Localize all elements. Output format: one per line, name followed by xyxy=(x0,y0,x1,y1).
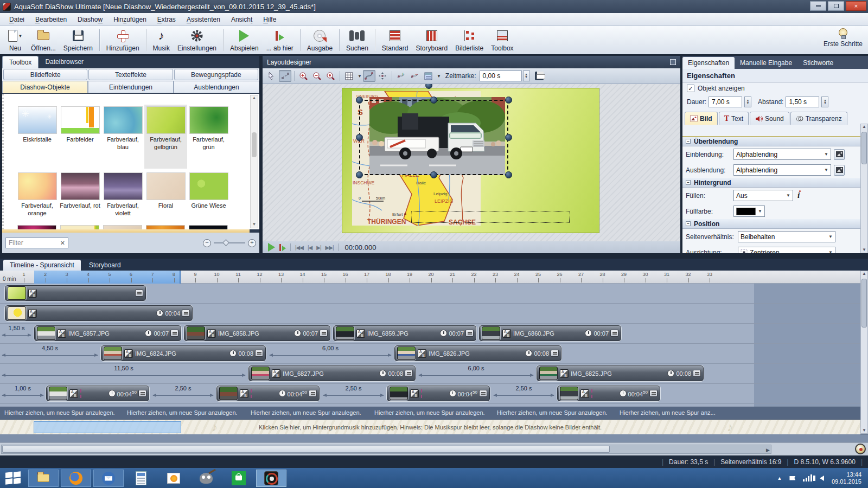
preview-play-icon[interactable] xyxy=(268,243,275,252)
volume-icon[interactable] xyxy=(820,476,824,481)
skip-start-icon[interactable]: |◀◀ xyxy=(295,245,303,251)
selection-handle-se[interactable] xyxy=(505,171,512,178)
zeitmarke-spinner[interactable]: ▲▼ xyxy=(523,70,530,81)
collapse-section-icon[interactable]: − xyxy=(686,221,691,226)
speichern-button[interactable]: Speichern xyxy=(60,27,97,53)
zoom-in-icon[interactable] xyxy=(297,70,310,82)
tab-manuelle-eingabe[interactable]: Manuelle Eingabe xyxy=(735,57,797,69)
skip-end-icon[interactable]: ▶▶| xyxy=(326,245,334,251)
einblendung-select[interactable]: Alphablending▼ xyxy=(733,149,831,160)
transition-ab-icon[interactable] xyxy=(28,309,37,318)
properties-scrollbar[interactable]: ▲▼ xyxy=(860,124,868,253)
tab-eigenschaften[interactable]: Eigenschaften xyxy=(682,57,735,69)
section-hintergrund[interactable]: − Hintergrund xyxy=(682,178,860,188)
tab-einblendungen[interactable]: Einblendungen xyxy=(88,81,174,93)
new-track-drop-row[interactable]: Hierher ziehen, um neue Spur anzulegen.H… xyxy=(0,407,860,420)
transition-ab-icon[interactable] xyxy=(410,389,419,398)
collapse-section-icon[interactable]: − xyxy=(686,180,691,185)
bildeffekte-button[interactable]: Bildeffekte xyxy=(3,69,87,80)
music-track[interactable]: ♪ ♪ ♪ ♪ Klicken Sie hier, um Hintergrund… xyxy=(0,420,860,434)
timeline-object-chip[interactable]: IMG_6860.JPG00:07 xyxy=(478,325,622,342)
selection-handle-n[interactable] xyxy=(430,97,437,104)
object-list-icon[interactable] xyxy=(422,70,435,82)
abspielen-button[interactable]: Abspielen xyxy=(226,27,263,53)
printer-icon[interactable] xyxy=(551,350,559,357)
thumbnail-zoom-out-button[interactable]: − xyxy=(203,239,211,247)
timeline-object-chip[interactable]: IMG_6825.JPG00:08 xyxy=(536,365,704,382)
effects-scrollbar[interactable]: ▲ ▼ xyxy=(250,95,258,228)
tab-transparenz[interactable]: Transparenz xyxy=(790,112,847,125)
taskbar-firefox-icon[interactable] xyxy=(61,470,91,487)
printer-icon[interactable] xyxy=(405,370,413,377)
taskbar-thunderbird-icon[interactable] xyxy=(93,470,124,487)
taskbar-gimp-icon[interactable] xyxy=(191,470,221,487)
transition-ab-icon[interactable] xyxy=(240,389,248,398)
ruler-selection[interactable] xyxy=(34,271,181,284)
timeline-ruler[interactable]: 0 min 1234567891011121314151617181920212… xyxy=(0,271,860,284)
transition-ab-icon[interactable] xyxy=(356,329,365,338)
transition-ab-icon[interactable] xyxy=(207,329,216,338)
effect-item[interactable]: Farbfelder xyxy=(59,105,101,169)
save-timemark-icon[interactable] xyxy=(533,70,546,82)
selection-handle-s[interactable] xyxy=(430,171,437,178)
timeline-hscroll-thumb[interactable] xyxy=(2,446,610,453)
close-button[interactable]: × xyxy=(846,1,866,11)
abstand-input[interactable]: 1,50 s xyxy=(786,97,819,107)
timeline-hscrollbar[interactable]: ▶ xyxy=(1,445,771,454)
remove-path-point-icon[interactable]: − xyxy=(409,70,421,82)
filter-input[interactable]: Filter ✕ xyxy=(5,237,68,248)
menu-assistenten[interactable]: Assistenten xyxy=(182,14,225,25)
printer-icon[interactable] xyxy=(610,330,618,337)
effect-item[interactable]: Farbverlauf, gelbgrün xyxy=(144,105,187,169)
tab-ausblendungen[interactable]: Ausblendungen xyxy=(174,81,259,93)
fuellfarbe-picker[interactable]: ▼ xyxy=(733,206,765,217)
timeline-object-chip[interactable]: 00:04 xyxy=(4,305,193,322)
transition-ab-icon[interactable] xyxy=(28,289,37,298)
bilderliste-button[interactable]: Bilderliste xyxy=(451,27,487,53)
path-points-tool-icon[interactable] xyxy=(279,70,291,82)
selection-handle-e[interactable] xyxy=(505,134,512,141)
tab-storyboard[interactable]: Storyboard xyxy=(82,260,127,271)
printer-icon[interactable] xyxy=(465,330,474,337)
timeline-object-chip[interactable]: IMG_6858.JPG00:07 xyxy=(183,325,331,342)
show-path-icon[interactable] xyxy=(363,70,375,82)
selection-handle-w[interactable] xyxy=(356,134,363,141)
timeline-object-chip[interactable]: IMG_6827.JPG00:08 xyxy=(248,365,416,382)
tab-bild[interactable]: Bild xyxy=(685,112,718,125)
slide-stage[interactable]: UNEBURG S E WER INSCHWE HALLE Halle Leip… xyxy=(342,88,599,233)
einstellungen-button[interactable]: Einstellungen xyxy=(174,27,220,53)
zeitmarke-input[interactable]: 0,00 s xyxy=(480,70,522,81)
menu-bearbeiten[interactable]: Bearbeiten xyxy=(30,14,72,25)
timeline-object-chip[interactable]: 00:0450 xyxy=(386,385,490,402)
taskbar-explorer-icon[interactable] xyxy=(28,470,59,487)
scroll-right-icon[interactable]: ▶ xyxy=(766,447,770,453)
ausblendung-select[interactable]: Alphablending▼ xyxy=(733,164,831,176)
network-signal-icon[interactable] xyxy=(803,474,812,481)
timeline-object-chip[interactable]: IMG_6859.JPG00:07 xyxy=(333,325,477,342)
neu-button[interactable]: ▼Neu xyxy=(3,27,27,53)
timeline-scrollbar[interactable]: ▲▼ xyxy=(860,271,868,434)
move-path-icon[interactable] xyxy=(376,70,389,82)
add-path-point-icon[interactable]: + xyxy=(395,70,407,82)
thumbnail-zoom-in-button[interactable]: + xyxy=(248,239,256,247)
storyboard-button[interactable]: Storyboard xyxy=(412,27,452,53)
tab-sound[interactable]: Sound xyxy=(750,112,789,125)
dauer-input[interactable]: 7,00 s xyxy=(709,97,742,107)
selection-handle-ne[interactable] xyxy=(505,97,512,104)
section-ueberblendung[interactable]: − Überblendung xyxy=(682,137,860,146)
timeline-object-chip[interactable] xyxy=(4,285,146,301)
tab-toolbox[interactable]: Toolbox xyxy=(2,56,39,68)
texteffekte-button[interactable]: Texteffekte xyxy=(88,69,173,80)
selection-handle-sw[interactable] xyxy=(356,171,363,178)
tab-diashow-objekte[interactable]: Diashow-Objekte xyxy=(2,81,88,93)
next-icon[interactable]: ▶| xyxy=(316,245,321,251)
selection-rectangle[interactable] xyxy=(359,100,508,175)
tab-stichworte[interactable]: Stichworte xyxy=(797,57,839,69)
timeline-object-chip[interactable]: IMG_6857.JPG00:07 xyxy=(34,325,182,342)
taskbar-store-icon[interactable] xyxy=(224,470,254,487)
printer-icon[interactable] xyxy=(320,330,328,337)
menu-hilfe[interactable]: Hilfe xyxy=(258,14,281,25)
grid-settings-icon[interactable] xyxy=(343,70,355,82)
clear-filter-icon[interactable]: ✕ xyxy=(60,240,65,247)
collapse-panel-icon[interactable] xyxy=(670,59,676,65)
